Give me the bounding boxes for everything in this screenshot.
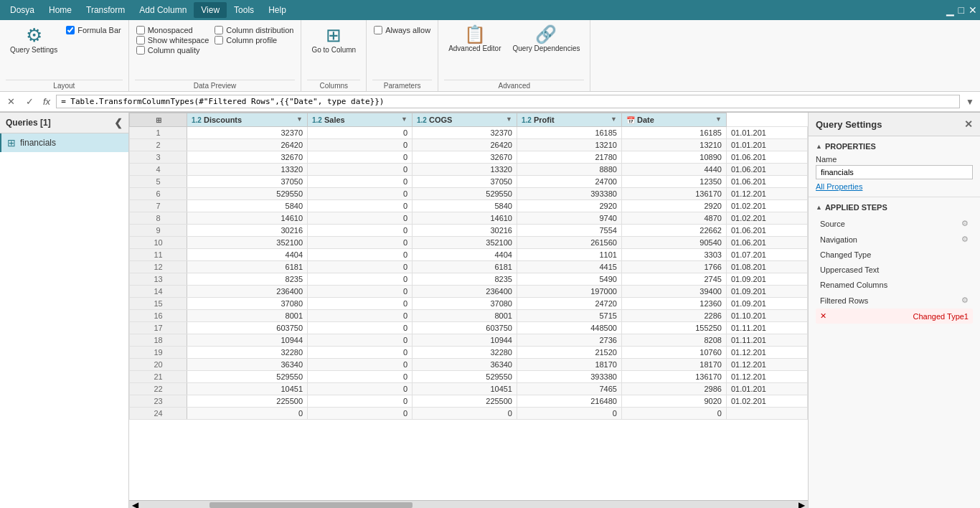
data-cell: 0 (308, 164, 413, 176)
data-cell: 24700 (517, 176, 621, 188)
data-cell: 448500 (517, 322, 621, 334)
data-cell: 14610 (413, 212, 517, 225)
data-cell (726, 408, 807, 420)
profit-filter-btn[interactable]: ▼ (611, 116, 617, 123)
sales-filter-btn[interactable]: ▼ (401, 116, 407, 123)
step-item[interactable]: Filtered Rows⚙ (816, 293, 973, 308)
column-quality-check-label[interactable]: Column quality (136, 46, 209, 55)
col-header-sales[interactable]: 1.2 Sales ▼ (308, 113, 413, 127)
data-cell: 2920 (621, 200, 726, 212)
menu-home[interactable]: Home (42, 2, 79, 18)
name-input[interactable] (816, 165, 973, 179)
step-item[interactable]: ✕Changed Type1 (816, 309, 973, 324)
data-cell: 0 (308, 261, 413, 273)
column-distribution-checkbox[interactable] (215, 26, 223, 34)
monospaced-check-label[interactable]: Monospaced (136, 26, 209, 34)
advanced-editor-btn[interactable]: 📋 Advanced Editor (444, 23, 505, 56)
step-gear-icon[interactable]: ⚙ (961, 219, 969, 228)
data-cell: 01.09.201 (726, 298, 807, 310)
maximize-icon[interactable]: □ (958, 4, 964, 16)
always-allow-check-label[interactable]: Always allow (374, 26, 430, 34)
menu-dosya[interactable]: Dosya (3, 2, 42, 18)
discounts-filter-btn[interactable]: ▼ (296, 116, 303, 123)
formula-bar-checkbox[interactable] (66, 26, 75, 34)
cogs-filter-btn[interactable]: ▼ (506, 116, 512, 123)
menu-view[interactable]: View (194, 2, 227, 18)
data-cell: 352100 (413, 237, 517, 249)
step-error-icon: ✕ (820, 311, 826, 321)
data-cell: 0 (308, 347, 413, 359)
applied-steps-title: APPLIED STEPS (816, 203, 973, 212)
data-preview-checks-col1: Monospaced Show whitespace Column qualit… (135, 23, 211, 57)
menu-transform[interactable]: Transform (79, 2, 132, 18)
column-profile-checkbox[interactable] (215, 36, 223, 44)
all-properties-link[interactable]: All Properties (816, 182, 973, 191)
col-header-discounts[interactable]: 1.2 Discounts ▼ (187, 113, 308, 127)
formula-confirm-btn[interactable]: ✓ (22, 94, 37, 110)
right-panel-close-btn[interactable]: ✕ (964, 118, 973, 130)
menu-help[interactable]: Help (261, 2, 293, 18)
step-item[interactable]: Changed Type (816, 248, 973, 262)
formula-expand-btn[interactable]: ▼ (963, 94, 977, 110)
close-icon[interactable]: ✕ (969, 4, 977, 16)
data-cell: 21780 (517, 151, 621, 164)
sidebar-collapse-btn[interactable]: ❮ (114, 117, 123, 128)
formula-bar-check-label[interactable]: Formula Bar (66, 26, 121, 34)
query-settings-label: Query Settings (10, 46, 57, 55)
step-gear-icon[interactable]: ⚙ (961, 235, 969, 244)
column-quality-checkbox[interactable] (136, 46, 145, 55)
menu-add-column[interactable]: Add Column (132, 2, 194, 18)
col-header-cogs[interactable]: 1.2 COGS ▼ (413, 113, 517, 127)
column-profile-check-label[interactable]: Column profile (215, 36, 293, 44)
show-whitespace-check-label[interactable]: Show whitespace (136, 36, 209, 44)
data-preview-checks-col2: Column distribution Column profile (213, 23, 295, 47)
go-to-column-btn[interactable]: ⊞ Go to Column (307, 23, 360, 57)
data-cell: 6181 (413, 261, 517, 273)
step-label: Changed Type (820, 250, 871, 259)
step-item[interactable]: Navigation⚙ (816, 232, 973, 247)
step-item[interactable]: Uppercased Text (816, 263, 973, 277)
profit-type: 1.2 (522, 116, 532, 124)
query-settings-panel: Query Settings ✕ PROPERTIES Name All Pro… (808, 113, 980, 508)
scroll-left-btn[interactable]: ◀ (129, 500, 141, 509)
col-header-profit[interactable]: 1.2 Profit ▼ (517, 113, 621, 127)
show-whitespace-checkbox[interactable] (136, 36, 145, 44)
horizontal-scrollbar[interactable]: ◀ ▶ (129, 500, 808, 508)
always-allow-checkbox[interactable] (374, 26, 382, 34)
step-item[interactable]: Source⚙ (816, 216, 973, 231)
table-row: 1423640002364001970003940001.09.201 (130, 286, 808, 298)
formula-bar: ✕ ✓ fx ▼ (0, 92, 980, 112)
table-row: 138235082355490274501.09.201 (130, 273, 808, 286)
date-filter-btn[interactable]: ▼ (715, 116, 722, 123)
applied-steps-section: APPLIED STEPS Source⚙Navigation⚙Changed … (809, 197, 980, 508)
data-cell: 7554 (517, 225, 621, 237)
data-cell: 3303 (621, 249, 726, 261)
row-num-cell: 9 (130, 225, 187, 237)
minimize-icon[interactable]: ▁ (946, 4, 954, 16)
table-wrapper[interactable]: ⊞ 1.2 Discounts ▼ 1.2 Sales ▼ (129, 113, 808, 500)
column-distribution-check-label[interactable]: Column distribution (215, 26, 293, 34)
step-gear-icon[interactable]: ⚙ (961, 296, 969, 305)
data-cell: 26420 (413, 139, 517, 151)
step-item[interactable]: Renamed Columns (816, 278, 973, 292)
formula-input[interactable] (56, 95, 960, 108)
sales-label: Sales (324, 116, 345, 124)
menu-tools[interactable]: Tools (227, 2, 261, 18)
query-settings-btn[interactable]: ⚙ Query Settings (6, 23, 62, 57)
formula-cancel-btn[interactable]: ✕ (3, 94, 19, 110)
data-cell: 24720 (517, 298, 621, 310)
scrollbar-thumb[interactable] (209, 502, 413, 508)
main-area: Queries [1] ❮ ⊞ financials ⊞ 1.2 Discoun… (0, 113, 980, 508)
data-cell: 2745 (621, 273, 726, 286)
scroll-right-btn[interactable]: ▶ (796, 500, 808, 509)
col-header-date[interactable]: 📅 Date ▼ (621, 113, 726, 127)
data-cell: 18170 (517, 359, 621, 371)
data-cell: 16185 (517, 127, 621, 139)
menu-bar: Dosya Home Transform Add Column View Too… (0, 0, 980, 20)
query-dependencies-btn[interactable]: 🔗 Query Dependencies (509, 23, 585, 56)
monospaced-checkbox[interactable] (136, 26, 145, 34)
data-cell: 5840 (413, 200, 517, 212)
data-cell: 0 (308, 322, 413, 334)
discounts-label: Discounts (204, 116, 242, 124)
query-item-financials[interactable]: ⊞ financials (0, 133, 128, 152)
